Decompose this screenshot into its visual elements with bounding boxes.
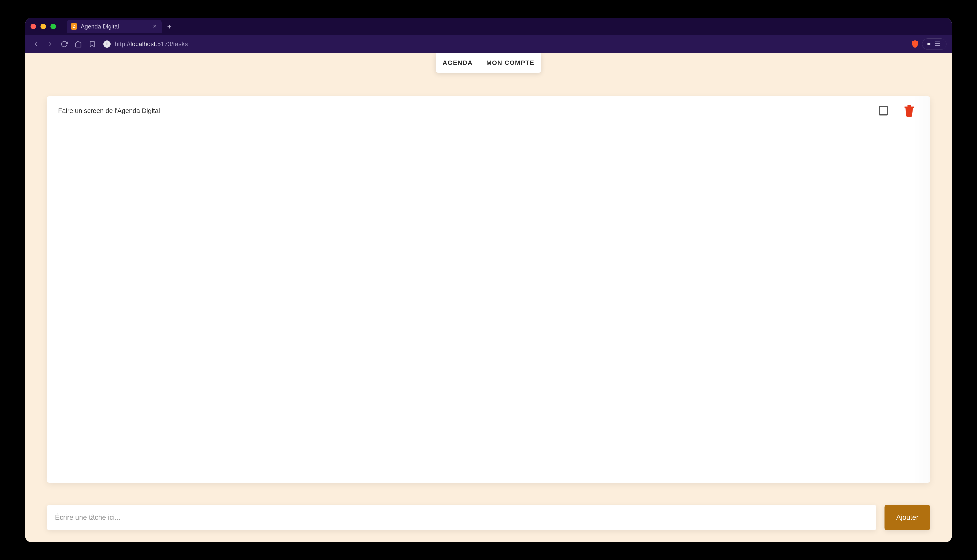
add-task-button[interactable]: Ajouter bbox=[885, 505, 930, 530]
task-row: Faire un screen de l'Agenda Digital bbox=[47, 96, 930, 125]
hamburger-menu-icon[interactable] bbox=[934, 40, 941, 48]
reader-and-menu: ▪▪ bbox=[922, 38, 947, 50]
reader-mode-icon[interactable]: ▪▪ bbox=[927, 40, 930, 47]
browser-window: D Agenda Digital × + i http://localhost:… bbox=[25, 18, 952, 542]
nav-forward-button[interactable] bbox=[45, 38, 56, 50]
url-text: http://localhost:5173/tasks bbox=[115, 40, 188, 48]
task-text: Faire un screen de l'Agenda Digital bbox=[58, 107, 878, 115]
scrollbar-track[interactable] bbox=[912, 96, 930, 483]
window-minimize-button[interactable] bbox=[40, 24, 46, 29]
browser-tab[interactable]: D Agenda Digital × bbox=[67, 20, 162, 33]
page-content: AGENDA MON COMPTE Faire un screen de l'A… bbox=[25, 53, 952, 542]
brave-shield-icon[interactable] bbox=[912, 40, 919, 48]
top-nav: AGENDA MON COMPTE bbox=[436, 53, 541, 73]
tab-favicon: D bbox=[71, 23, 77, 30]
tab-title: Agenda Digital bbox=[81, 23, 119, 30]
nav-agenda[interactable]: AGENDA bbox=[436, 53, 479, 73]
window-controls bbox=[30, 24, 63, 29]
browser-toolbar: i http://localhost:5173/tasks ▪▪ bbox=[25, 35, 952, 53]
nav-back-button[interactable] bbox=[30, 38, 42, 50]
site-info-icon[interactable]: i bbox=[104, 40, 110, 48]
toolbar-right: ▪▪ bbox=[904, 38, 947, 50]
url-prefix: http:// bbox=[115, 40, 130, 47]
toolbar-divider bbox=[906, 40, 906, 48]
reload-button[interactable] bbox=[58, 38, 70, 50]
task-checkbox[interactable] bbox=[878, 106, 888, 115]
url-path: :5173/tasks bbox=[155, 40, 188, 47]
tab-close-button[interactable]: × bbox=[153, 23, 157, 30]
nav-account[interactable]: MON COMPTE bbox=[479, 53, 541, 73]
home-button[interactable] bbox=[73, 38, 84, 50]
bookmark-button[interactable] bbox=[87, 38, 98, 50]
add-task-bar: Ajouter bbox=[47, 505, 930, 530]
window-close-button[interactable] bbox=[30, 24, 36, 29]
window-maximize-button[interactable] bbox=[50, 24, 56, 29]
new-tab-button[interactable]: + bbox=[162, 22, 177, 31]
browser-tab-bar: D Agenda Digital × + bbox=[25, 18, 952, 35]
url-field[interactable]: i http://localhost:5173/tasks bbox=[101, 38, 902, 50]
task-list-panel: Faire un screen de l'Agenda Digital bbox=[47, 96, 930, 483]
new-task-input[interactable] bbox=[47, 505, 876, 530]
url-host: localhost bbox=[130, 40, 155, 47]
